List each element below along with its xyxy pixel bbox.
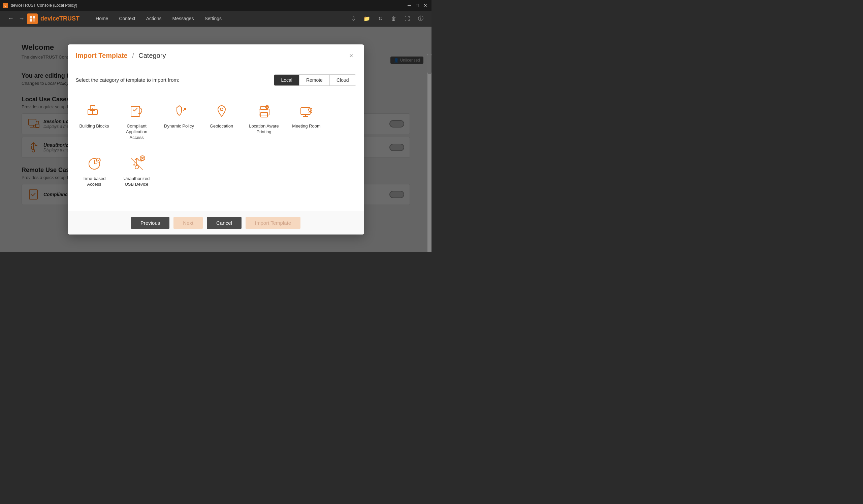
close-button[interactable]: ✕ xyxy=(422,2,429,9)
title-bar: d deviceTRUST Console (Local Policy) ─ □… xyxy=(0,0,432,11)
modal-footer: Previous Next Cancel Import Template xyxy=(68,211,364,234)
svg-rect-3 xyxy=(33,19,35,22)
svg-point-31 xyxy=(96,158,100,162)
cancel-button[interactable]: Cancel xyxy=(207,217,241,229)
nav-bar: ← → deviceTRUST Home Context Actions Mes… xyxy=(0,11,432,27)
logo-icon xyxy=(27,13,38,24)
maximize-button[interactable]: □ xyxy=(414,2,421,9)
title-bar-controls: ─ □ ✕ xyxy=(406,2,429,9)
dynamic-policy-label: Dynamic Policy xyxy=(164,124,194,129)
svg-point-25 xyxy=(266,107,267,108)
fullscreen-icon-button[interactable]: ⛶ xyxy=(402,13,413,24)
logo-device: device xyxy=(40,15,59,22)
next-button[interactable]: Next xyxy=(174,217,203,229)
category-dynamic-policy[interactable]: Dynamic Policy xyxy=(161,98,198,145)
minimize-button[interactable]: ─ xyxy=(406,2,413,9)
modal-title-orange: Import Template xyxy=(76,52,128,59)
category-geolocation[interactable]: Geolocation xyxy=(203,98,240,145)
nav-settings[interactable]: Settings xyxy=(199,11,227,27)
nav-home[interactable]: Home xyxy=(90,11,113,27)
previous-button[interactable]: Previous xyxy=(131,217,170,229)
modal-close-button[interactable]: × xyxy=(347,51,356,61)
geolocation-label: Geolocation xyxy=(210,124,233,129)
building-blocks-icon xyxy=(86,103,103,120)
svg-rect-19 xyxy=(131,106,140,116)
logo-text: deviceTRUST xyxy=(40,15,79,22)
geolocation-icon xyxy=(213,103,230,120)
category-time-based-access[interactable]: Time-based Access xyxy=(76,151,113,192)
forward-button[interactable]: → xyxy=(16,13,27,24)
import-template-modal: Import Template / Category × Select the … xyxy=(68,44,364,234)
svg-point-20 xyxy=(220,108,223,111)
location-aware-printing-label: Location Aware Printing xyxy=(249,124,279,135)
nav-messages[interactable]: Messages xyxy=(167,11,199,27)
location-aware-printing-icon xyxy=(255,103,273,120)
dynamic-policy-icon xyxy=(171,103,188,120)
compliant-app-access-icon xyxy=(128,103,146,120)
folder-icon-button[interactable]: 📁 xyxy=(361,13,372,24)
nav-menu: Home Context Actions Messages Settings xyxy=(90,11,227,27)
source-remote-button[interactable]: Remote xyxy=(299,75,330,86)
refresh-icon-button[interactable]: ↻ xyxy=(375,13,386,24)
meeting-room-icon xyxy=(298,103,315,120)
svg-rect-1 xyxy=(33,16,35,18)
compliant-app-access-label: Compliant Application Access xyxy=(122,124,152,141)
nav-actions[interactable]: Actions xyxy=(141,11,167,27)
svg-point-32 xyxy=(135,166,138,169)
nav-context[interactable]: Context xyxy=(113,11,140,27)
source-local-button[interactable]: Local xyxy=(274,75,299,86)
category-compliant-app-access[interactable]: Compliant Application Access xyxy=(118,98,155,145)
unauthorized-usb-icon xyxy=(128,155,146,172)
category-building-blocks[interactable]: Building Blocks xyxy=(76,98,113,145)
categories-grid: Building Blocks Compliant Appl xyxy=(76,95,356,203)
app-icon: d xyxy=(3,3,8,8)
logo-trust: TRUST xyxy=(59,15,79,22)
category-header: Select the category of template to impor… xyxy=(76,74,356,86)
logo: deviceTRUST xyxy=(27,13,79,24)
time-based-access-icon xyxy=(86,155,103,172)
svg-rect-0 xyxy=(30,16,32,18)
modal-overlay: Import Template / Category × Select the … xyxy=(0,27,432,252)
back-button[interactable]: ← xyxy=(5,13,16,24)
modal-header: Import Template / Category × xyxy=(68,44,364,66)
help-icon-button[interactable]: ⓘ xyxy=(415,13,426,24)
time-based-access-label: Time-based Access xyxy=(79,176,110,188)
source-cloud-button[interactable]: Cloud xyxy=(330,75,356,86)
modal-body: Select the category of template to impor… xyxy=(68,66,364,211)
building-blocks-label: Building Blocks xyxy=(79,124,109,129)
modal-title: Import Template / Category xyxy=(76,52,166,60)
modal-title-rest: Category xyxy=(138,52,166,59)
import-icon-button[interactable]: ⇩ xyxy=(348,13,359,24)
source-buttons: Local Remote Cloud xyxy=(274,74,356,86)
title-bar-title: deviceTRUST Console (Local Policy) xyxy=(11,3,403,8)
category-prompt-label: Select the category of template to impor… xyxy=(76,77,179,83)
category-location-aware-printing[interactable]: Location Aware Printing xyxy=(246,98,283,145)
modal-title-sep: / xyxy=(132,52,136,59)
unauthorized-usb-label: Unauthorized USB Device xyxy=(122,176,152,188)
svg-point-34 xyxy=(134,164,135,166)
nav-right: ⇩ 📁 ↻ 🗑 ⛶ ⓘ xyxy=(348,13,426,24)
delete-icon-button[interactable]: 🗑 xyxy=(388,13,399,24)
category-unauthorized-usb[interactable]: Unauthorized USB Device xyxy=(118,151,155,192)
import-template-button[interactable]: Import Template xyxy=(246,217,300,229)
category-meeting-room[interactable]: Meeting Room xyxy=(288,98,325,145)
meeting-room-label: Meeting Room xyxy=(292,124,321,129)
svg-rect-2 xyxy=(30,19,32,22)
